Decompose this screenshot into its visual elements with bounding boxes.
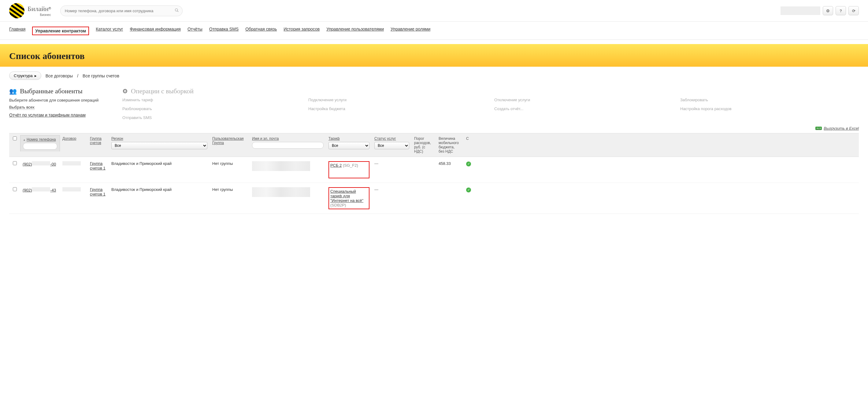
table-row: (902)-43 Группа счетов 1 Владивосток и П… [9, 183, 859, 214]
th-group[interactable]: Группа счетов [90, 137, 101, 145]
logo-text: Билайн [28, 5, 49, 12]
limit-cell [412, 160, 436, 162]
phone-redacted [32, 161, 50, 165]
op-limit: Настройка порога расходов [680, 107, 859, 111]
status-cell: — [374, 187, 378, 192]
logo-icon [9, 3, 25, 18]
tariff-link[interactable]: Специальный тариф для "Интернет на всё" [330, 189, 363, 203]
op-send-sms: Отправить SMS [122, 115, 301, 120]
logo-mark: ® [49, 6, 51, 10]
logo[interactable]: Билайн® Бизнес [9, 3, 51, 18]
nav-catalog[interactable]: Каталог услуг [96, 27, 123, 35]
sort-asc-icon: ▲ [23, 138, 26, 141]
search-icon[interactable] [175, 8, 179, 13]
contract-redacted [62, 187, 81, 191]
tariff-highlight: Специальный тариф для "Интернет на всё" … [329, 187, 369, 209]
th-name[interactable]: Имя и эл. почта [252, 137, 279, 141]
tariff-highlight: РСБ 2 (SG_F2) [329, 161, 369, 178]
region-filter-select[interactable]: Все [111, 142, 207, 149]
selected-title: 👥 Выбранные абоненты [9, 87, 110, 95]
op-unblock: Разблокировать [122, 107, 301, 111]
group-link[interactable]: Группа счетов 1 [90, 161, 105, 171]
users-icon: 👥 [9, 88, 17, 95]
status-ok-icon: ✓ [466, 187, 471, 192]
nav-users[interactable]: Управление пользователями [326, 27, 384, 35]
group-link[interactable]: Группа счетов 1 [90, 187, 105, 196]
phone-filter-input[interactable] [23, 143, 57, 150]
op-disconnect-service: Отключение услуги [494, 98, 673, 102]
tariff-code: (SG_F2) [343, 163, 358, 168]
search-input[interactable] [60, 5, 183, 16]
help-button[interactable]: ? [836, 6, 846, 15]
breadcrumb: Структура ▸ Все договоры / Все группы сч… [9, 71, 859, 80]
select-all-link[interactable]: Выбрать всех [9, 105, 35, 110]
nav-feedback[interactable]: Обратная связь [245, 27, 277, 35]
name-filter-input[interactable] [252, 142, 323, 149]
header-bar: Билайн® Бизнес ⚙ ? ⟳ [0, 0, 868, 22]
phone-link[interactable]: (902)-43 [23, 188, 56, 192]
th-status[interactable]: Статус услуг [374, 137, 396, 141]
nav-finance[interactable]: Финансовая информация [130, 27, 181, 35]
structure-button[interactable]: Структура ▸ [9, 71, 41, 80]
budget-cell: 458.33 [436, 160, 464, 167]
status-filter-select[interactable]: Все [374, 142, 409, 149]
ops-title: ⚙ Операции с выборкой [122, 87, 859, 95]
op-connect-service: Подключение услуги [308, 98, 487, 102]
th-tariff[interactable]: Тариф [329, 137, 340, 141]
region-cell: Владивосток и Приморский край [109, 186, 210, 193]
nav-bar: Главная Управление контрактом Каталог ус… [0, 22, 868, 40]
svg-line-1 [177, 11, 178, 12]
th-region[interactable]: Регион [111, 137, 123, 141]
contract-redacted [62, 161, 81, 165]
user-info-redacted [780, 6, 820, 15]
search-wrap [60, 5, 183, 16]
settings-button[interactable]: ⚙ [823, 6, 833, 15]
tariff-filter-select[interactable]: Все [329, 142, 369, 149]
refresh-button[interactable]: ⟳ [848, 6, 859, 15]
budget-cell [436, 186, 464, 188]
nav-contract-management[interactable]: Управление контрактом [32, 27, 89, 35]
ops-grid: Изменить тариф Подключение услуги Отключ… [122, 98, 859, 120]
tariff-link[interactable]: РСБ 2 [330, 163, 342, 168]
op-create-report: Создать отчёт... [494, 107, 673, 111]
th-contract[interactable]: Договор [62, 137, 76, 141]
th-phone[interactable]: ▲Номер телефона [20, 135, 60, 151]
crumb-contracts[interactable]: Все договоры [45, 73, 73, 78]
nav-main[interactable]: Главная [9, 27, 25, 35]
op-change-tariff: Изменить тариф [122, 98, 301, 102]
ops-panel: ⚙ Операции с выборкой Изменить тариф Под… [122, 87, 859, 120]
nav-roles[interactable]: Управление ролями [391, 27, 430, 35]
limit-cell [412, 186, 436, 188]
phone-redacted [32, 187, 50, 191]
crumb-groups[interactable]: Все группы счетов [83, 73, 119, 78]
nav-sms[interactable]: Отправка SMS [209, 27, 239, 35]
crumb-sep: / [77, 73, 78, 78]
row-checkbox[interactable] [13, 161, 17, 165]
select-all-checkbox[interactable] [13, 137, 17, 141]
name-redacted [252, 161, 310, 171]
th-st: С [466, 137, 469, 141]
region-cell: Владивосток и Приморский край [109, 160, 210, 167]
subscribers-table: ▲Номер телефона Договор Группа счетов Ре… [9, 133, 859, 214]
name-redacted [252, 187, 310, 197]
svg-point-0 [175, 8, 177, 11]
phone-link[interactable]: (902)-00 [23, 162, 56, 166]
row-checkbox[interactable] [13, 187, 17, 191]
nav-history[interactable]: История запросов [283, 27, 320, 35]
panels: 👥 Выбранные абоненты Выберите абонентов … [9, 87, 859, 120]
usergroup-cell: Нет группы [210, 186, 250, 193]
structure-label: Структура [14, 73, 33, 78]
usergroup-cell: Нет группы [210, 160, 250, 167]
op-block: Заблокировать [680, 98, 859, 102]
header-right: ⚙ ? ⟳ [780, 6, 859, 15]
th-usergroup[interactable]: Пользовательская Группа [212, 137, 244, 145]
status-cell: — [374, 161, 378, 166]
chevron-right-icon: ▸ [35, 73, 37, 78]
tariff-code: (SDB2P) [330, 203, 346, 207]
table-row: (902)-00 Группа счетов 1 Владивосток и П… [9, 157, 859, 183]
export-excel-link[interactable]: XLS Выгрузить в Excel [815, 126, 859, 131]
report-link[interactable]: Отчёт по услугам и тарифным планам [9, 113, 86, 118]
gear-icon: ⚙ [826, 8, 830, 13]
th-limit: Порог расходов, руб. (с НДС) [414, 137, 431, 154]
nav-reports[interactable]: Отчёты [187, 27, 203, 35]
